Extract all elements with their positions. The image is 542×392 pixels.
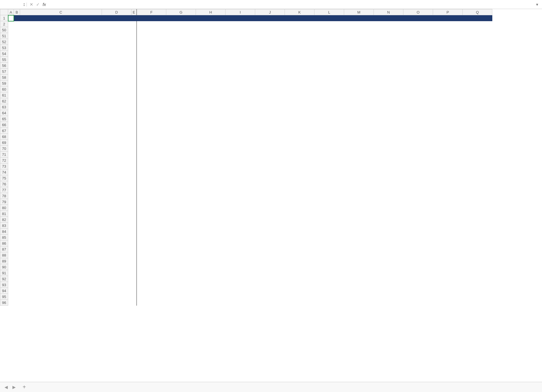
cell[interactable] — [102, 33, 132, 39]
cell[interactable] — [196, 122, 226, 128]
cell[interactable] — [344, 235, 374, 240]
cell[interactable] — [132, 163, 137, 169]
cell[interactable] — [255, 140, 285, 146]
cell[interactable] — [14, 116, 20, 122]
cell[interactable] — [314, 116, 344, 122]
cell[interactable] — [285, 21, 314, 27]
cell[interactable] — [433, 223, 463, 229]
cell[interactable] — [132, 146, 137, 152]
cell[interactable] — [226, 45, 255, 51]
cell[interactable] — [14, 80, 20, 86]
cell[interactable] — [433, 122, 463, 128]
cell[interactable] — [374, 294, 403, 300]
cell[interactable] — [8, 217, 14, 223]
cell[interactable] — [403, 199, 433, 205]
cell[interactable] — [20, 223, 102, 229]
cell[interactable] — [255, 152, 285, 157]
cell[interactable] — [344, 146, 374, 152]
cell[interactable] — [8, 80, 14, 86]
row-header[interactable]: 59 — [0, 80, 8, 86]
cell[interactable] — [344, 57, 374, 63]
cell[interactable] — [314, 157, 344, 163]
cell[interactable] — [403, 116, 433, 122]
cell[interactable] — [463, 152, 492, 157]
cell[interactable] — [374, 134, 403, 140]
cell[interactable] — [226, 258, 255, 264]
cell[interactable] — [314, 80, 344, 86]
cell[interactable] — [166, 80, 196, 86]
cell[interactable] — [285, 134, 314, 140]
cell[interactable] — [14, 104, 20, 110]
cell[interactable] — [433, 27, 463, 33]
cell[interactable] — [403, 270, 433, 276]
cell[interactable] — [344, 294, 374, 300]
cell[interactable] — [137, 217, 166, 223]
cell[interactable] — [166, 140, 196, 146]
cell[interactable] — [344, 175, 374, 181]
cell[interactable] — [8, 193, 14, 199]
row-header[interactable]: 58 — [0, 75, 8, 80]
cell[interactable] — [14, 258, 20, 264]
cell[interactable] — [374, 80, 403, 86]
cell[interactable] — [166, 27, 196, 33]
cell[interactable] — [8, 235, 14, 240]
cell[interactable] — [314, 21, 344, 27]
cell[interactable] — [374, 169, 403, 175]
cell[interactable] — [226, 187, 255, 193]
cell[interactable] — [255, 258, 285, 264]
cell[interactable] — [14, 21, 20, 27]
cell[interactable] — [433, 45, 463, 51]
cell[interactable] — [403, 63, 433, 69]
cell[interactable] — [102, 187, 132, 193]
cell[interactable] — [403, 193, 433, 199]
row-header[interactable]: 78 — [0, 193, 8, 199]
cell[interactable] — [132, 246, 137, 252]
cell[interactable] — [137, 21, 166, 27]
cell[interactable] — [314, 110, 344, 116]
cell[interactable] — [285, 98, 314, 104]
cell[interactable] — [314, 134, 344, 140]
cell[interactable] — [20, 152, 102, 157]
cell[interactable] — [433, 163, 463, 169]
cell[interactable] — [137, 175, 166, 181]
row-header[interactable]: 2 — [0, 21, 8, 27]
cell[interactable] — [344, 276, 374, 282]
cell[interactable] — [196, 27, 226, 33]
cell[interactable] — [132, 294, 137, 300]
row-header[interactable]: 88 — [0, 252, 8, 258]
cell[interactable] — [433, 128, 463, 134]
cell[interactable] — [314, 122, 344, 128]
cell[interactable] — [20, 140, 102, 146]
cell[interactable] — [285, 116, 314, 122]
cell[interactable] — [20, 80, 102, 86]
cell[interactable] — [196, 229, 226, 235]
cell[interactable] — [14, 128, 20, 134]
cell[interactable] — [463, 80, 492, 86]
cell[interactable] — [102, 152, 132, 157]
cell[interactable] — [463, 181, 492, 187]
cell[interactable] — [137, 92, 166, 98]
cell[interactable] — [314, 229, 344, 235]
cell[interactable] — [255, 282, 285, 288]
row-header[interactable]: 75 — [0, 175, 8, 181]
cell[interactable] — [463, 169, 492, 175]
cell[interactable] — [403, 282, 433, 288]
cell[interactable] — [255, 33, 285, 39]
row-header[interactable]: 63 — [0, 104, 8, 110]
cell[interactable] — [403, 27, 433, 33]
cell[interactable] — [433, 110, 463, 116]
cell[interactable] — [166, 92, 196, 98]
cell[interactable] — [374, 175, 403, 181]
row-header[interactable]: 86 — [0, 240, 8, 246]
cell[interactable] — [102, 69, 132, 75]
name-box-stepper-icon[interactable]: ▲▼ — [23, 3, 25, 6]
cell[interactable] — [285, 92, 314, 98]
cell[interactable] — [255, 235, 285, 240]
cell[interactable] — [137, 104, 166, 110]
cell[interactable] — [196, 110, 226, 116]
cell[interactable] — [14, 264, 20, 270]
cell[interactable] — [102, 39, 132, 45]
cell[interactable] — [403, 181, 433, 187]
cell[interactable] — [403, 110, 433, 116]
tab-nav-prev-icon[interactable]: ◀ — [3, 385, 10, 390]
